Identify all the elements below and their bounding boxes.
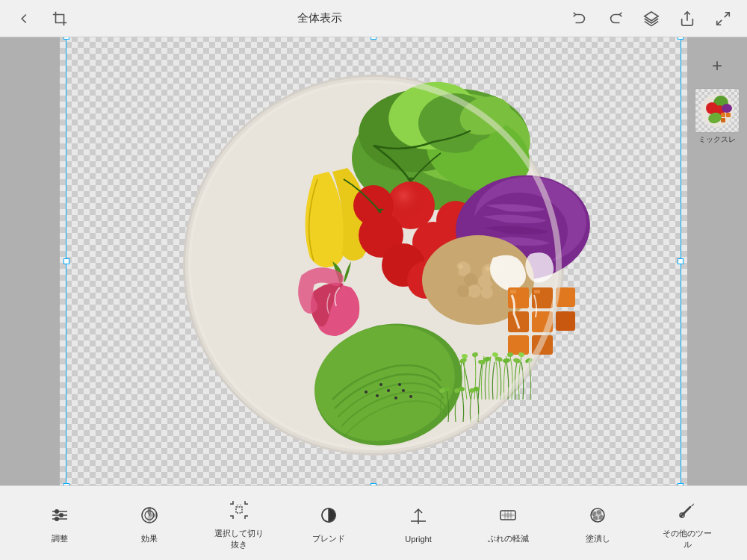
svg-point-93 [55, 517, 59, 521]
upright-label: Upright [405, 535, 431, 544]
right-panel: + [687, 37, 747, 485]
svg-point-27 [471, 255, 485, 268]
handle-middle-right[interactable] [678, 258, 684, 264]
handle-middle-left[interactable] [63, 258, 69, 264]
top-toolbar: 全体表示 [0, 0, 747, 37]
svg-line-3 [717, 19, 722, 24]
svg-rect-85 [726, 113, 731, 117]
healing-icon [584, 502, 611, 529]
svg-point-36 [447, 265, 459, 277]
svg-rect-45 [556, 311, 575, 331]
undo-icon [571, 10, 588, 27]
salad-bowl-image [142, 41, 605, 482]
redo-button[interactable] [604, 7, 627, 31]
blur-reduce-icon [495, 502, 521, 529]
canvas-area [0, 37, 747, 485]
svg-rect-46 [508, 335, 529, 355]
crop-button[interactable] [48, 7, 72, 31]
svg-point-87 [722, 104, 732, 113]
upright-icon [405, 503, 432, 530]
crop-icon [52, 10, 68, 27]
share-icon [679, 10, 695, 27]
svg-point-92 [59, 513, 63, 517]
canvas-content[interactable] [60, 37, 687, 485]
expand-button[interactable] [711, 7, 735, 31]
svg-rect-49 [534, 290, 540, 293]
toolbar-title: 全体表示 [297, 11, 342, 25]
effects-icon [136, 502, 163, 529]
share-button[interactable] [675, 7, 699, 31]
svg-point-33 [468, 284, 481, 298]
tool-healing[interactable]: 塗潰し [568, 502, 627, 544]
svg-rect-48 [510, 290, 516, 293]
other-tools-icon [674, 497, 701, 523]
svg-point-38 [459, 264, 463, 269]
svg-line-2 [725, 12, 729, 16]
layer-thumbnail-inner [698, 92, 736, 129]
handle-top-middle[interactable] [371, 37, 376, 40]
crop-select-icon [226, 497, 252, 523]
adjust-label: 調整 [52, 533, 68, 544]
layer-label: ミックスレ [695, 134, 740, 145]
image-layer[interactable] [142, 41, 605, 482]
svg-rect-86 [721, 118, 725, 122]
handle-top-right[interactable] [678, 37, 684, 40]
svg-line-111 [681, 507, 690, 516]
layers-icon [643, 10, 660, 27]
tool-blend[interactable]: ブレンド [299, 502, 359, 544]
svg-point-52 [365, 391, 368, 393]
other-tools-label: その他のツー ル [663, 528, 712, 550]
expand-icon [715, 10, 731, 27]
svg-point-58 [379, 383, 382, 386]
svg-point-56 [402, 389, 405, 392]
blend-label: ブレンド [312, 533, 345, 544]
add-layer-button[interactable]: + [704, 52, 731, 79]
svg-point-54 [387, 389, 390, 392]
back-icon [16, 10, 32, 27]
tool-upright[interactable]: Upright [388, 503, 448, 544]
tool-other[interactable]: その他のツー ル [657, 497, 717, 550]
bottom-toolbar: 調整 効果 選択して切り 抜き [0, 485, 747, 560]
tool-effects[interactable]: 効果 [120, 502, 179, 544]
blur-reduce-label: ぶれの軽減 [488, 533, 529, 544]
svg-rect-43 [508, 311, 529, 332]
crop-select-label: 選択して切り 抜き [214, 528, 264, 550]
layer-thumbnail [695, 88, 740, 133]
healing-label: 塗潰し [586, 533, 610, 544]
svg-point-59 [398, 383, 401, 386]
redo-icon [607, 10, 624, 27]
back-button[interactable] [12, 7, 36, 31]
effects-label: 効果 [141, 533, 158, 544]
adjust-icon [46, 502, 73, 529]
tool-blur-reduce[interactable]: ぶれの軽減 [478, 502, 538, 544]
tool-adjust[interactable]: 調整 [30, 502, 90, 544]
svg-point-53 [376, 394, 379, 397]
svg-point-57 [409, 395, 412, 398]
svg-point-55 [394, 396, 397, 399]
tool-crop-select[interactable]: 選択して切り 抜き [209, 497, 269, 550]
layers-button[interactable] [639, 7, 663, 31]
svg-rect-84 [721, 113, 725, 117]
svg-point-34 [457, 285, 469, 297]
svg-point-35 [481, 287, 493, 299]
blend-icon [315, 502, 342, 529]
svg-point-39 [486, 267, 490, 271]
handle-top-left[interactable] [63, 37, 69, 40]
layer-item[interactable]: ミックスレ [695, 88, 740, 145]
undo-button[interactable] [568, 7, 592, 31]
svg-point-91 [55, 509, 59, 514]
